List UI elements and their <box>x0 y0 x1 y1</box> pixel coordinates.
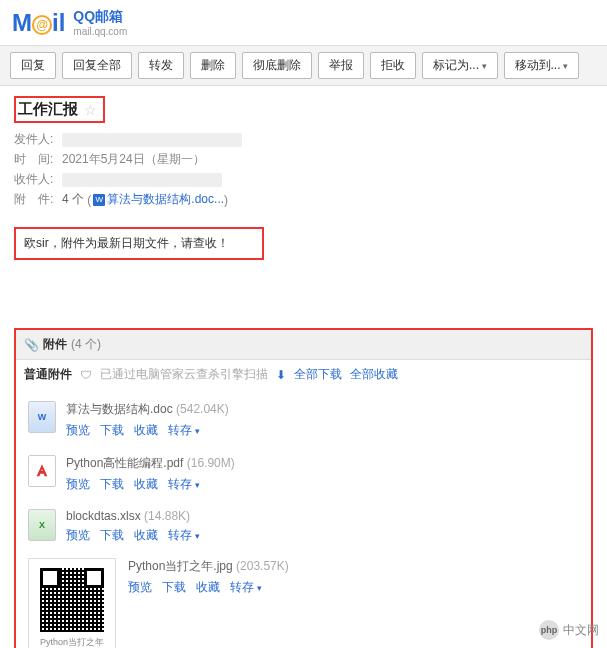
attachment-item: X blockdtas.xlsx (14.88K) 预览 下载 收藏 转存 <box>24 501 583 552</box>
file-name: blockdtas.xlsx <box>66 509 141 523</box>
preview-link[interactable]: 预览 <box>128 579 152 596</box>
time-label: 时 间: <box>14 151 62 168</box>
watermark-text: 中文网 <box>563 622 599 639</box>
favorite-link[interactable]: 收藏 <box>196 579 220 596</box>
attach-count: 4 个 <box>62 191 84 208</box>
file-size: (16.90M) <box>187 456 235 470</box>
download-link[interactable]: 下载 <box>100 422 124 439</box>
subject-row: 工作汇报 ☆ <box>14 96 105 123</box>
file-pdf-icon <box>28 455 56 487</box>
star-icon[interactable]: ☆ <box>84 102 97 118</box>
reply-button[interactable]: 回复 <box>10 52 56 79</box>
app-header: M@il QQ邮箱 mail.qq.com <box>0 0 607 45</box>
file-size: (542.04K) <box>176 402 229 416</box>
paperclip-icon: 📎 <box>24 338 39 352</box>
download-all-link[interactable]: 全部下载 <box>294 366 342 383</box>
logo-mail-text: M@il <box>12 9 65 37</box>
save-to-dropdown[interactable]: 转存 <box>230 579 262 596</box>
attachments-panel: 📎 附件 (4 个) 普通附件 🛡 已通过电脑管家云查杀引擎扫描 ⬇ 全部下载 … <box>14 328 593 648</box>
to-label: 收件人: <box>14 171 62 188</box>
to-value <box>62 173 222 187</box>
download-link[interactable]: 下载 <box>100 527 124 544</box>
qr-caption: Python当打之年 <box>40 636 104 649</box>
toolbar: 回复 回复全部 转发 删除 彻底删除 举报 拒收 标记为... 移动到... <box>0 45 607 86</box>
attachments-subheader: 普通附件 🛡 已通过电脑管家云查杀引擎扫描 ⬇ 全部下载 全部收藏 <box>16 360 591 389</box>
attachment-item: W 算法与数据结构.doc (542.04K) 预览 下载 收藏 转存 <box>24 393 583 447</box>
file-doc-icon: W <box>28 401 56 433</box>
favorite-link[interactable]: 收藏 <box>134 527 158 544</box>
file-size: (14.88K) <box>144 509 190 523</box>
reject-button[interactable]: 拒收 <box>370 52 416 79</box>
save-to-dropdown[interactable]: 转存 <box>168 422 200 439</box>
attachment-item: Python当打之年 Python当打之年.jpg (203.57K) 预览 下… <box>24 552 583 648</box>
move-to-dropdown[interactable]: 移动到... <box>504 52 580 79</box>
download-icon: ⬇ <box>276 368 286 382</box>
doc-icon: W <box>93 194 105 206</box>
favorite-link[interactable]: 收藏 <box>134 476 158 493</box>
preview-link[interactable]: 预览 <box>66 476 90 493</box>
delete-forever-button[interactable]: 彻底删除 <box>242 52 312 79</box>
reply-all-button[interactable]: 回复全部 <box>62 52 132 79</box>
from-value <box>62 133 242 147</box>
favorite-link[interactable]: 收藏 <box>134 422 158 439</box>
qr-thumbnail[interactable]: Python当打之年 <box>28 558 116 648</box>
watermark: php 中文网 <box>539 620 599 640</box>
attachments-type-label: 普通附件 <box>24 366 72 383</box>
forward-button[interactable]: 转发 <box>138 52 184 79</box>
from-label: 发件人: <box>14 131 62 148</box>
mail-body: 欧sir，附件为最新日期文件，请查收！ <box>14 227 264 260</box>
attachments-list: W 算法与数据结构.doc (542.04K) 预览 下载 收藏 转存 Pyth… <box>16 389 591 648</box>
file-name: 算法与数据结构.doc <box>66 402 173 416</box>
attach-paren-close: ) <box>224 193 228 207</box>
mark-as-dropdown[interactable]: 标记为... <box>422 52 498 79</box>
logo-qq-text: QQ邮箱 <box>73 8 127 26</box>
attachments-header: 📎 附件 (4 个) <box>16 330 591 360</box>
save-to-dropdown[interactable]: 转存 <box>168 527 200 544</box>
attachments-title: 附件 <box>43 336 67 353</box>
mail-subject: 工作汇报 <box>18 100 78 119</box>
file-xls-icon: X <box>28 509 56 541</box>
shield-icon: 🛡 <box>80 368 92 382</box>
mail-header: 工作汇报 ☆ 发件人: 时 间: 2021年5月24日（星期一） 收件人: 附 … <box>0 86 607 219</box>
time-value: 2021年5月24日（星期一） <box>62 151 205 168</box>
logo-url: mail.qq.com <box>73 26 127 37</box>
qr-code-icon <box>40 568 104 632</box>
file-size: (203.57K) <box>236 559 289 573</box>
attach-first-link[interactable]: 算法与数据结构.doc... <box>107 191 224 208</box>
report-button[interactable]: 举报 <box>318 52 364 79</box>
attachment-item: Python高性能编程.pdf (16.90M) 预览 下载 收藏 转存 <box>24 447 583 501</box>
logo[interactable]: M@il QQ邮箱 mail.qq.com <box>12 8 595 37</box>
attach-label: 附 件: <box>14 191 62 208</box>
preview-link[interactable]: 预览 <box>66 527 90 544</box>
delete-button[interactable]: 删除 <box>190 52 236 79</box>
save-to-dropdown[interactable]: 转存 <box>168 476 200 493</box>
file-name: Python当打之年.jpg <box>128 559 233 573</box>
download-link[interactable]: 下载 <box>162 579 186 596</box>
watermark-logo: php <box>539 620 559 640</box>
favorite-all-link[interactable]: 全部收藏 <box>350 366 398 383</box>
preview-link[interactable]: 预览 <box>66 422 90 439</box>
scan-message: 已通过电脑管家云查杀引擎扫描 <box>100 366 268 383</box>
attach-paren: ( <box>84 193 91 207</box>
file-name: Python高性能编程.pdf <box>66 456 183 470</box>
download-link[interactable]: 下载 <box>100 476 124 493</box>
attachments-count: (4 个) <box>71 336 101 353</box>
